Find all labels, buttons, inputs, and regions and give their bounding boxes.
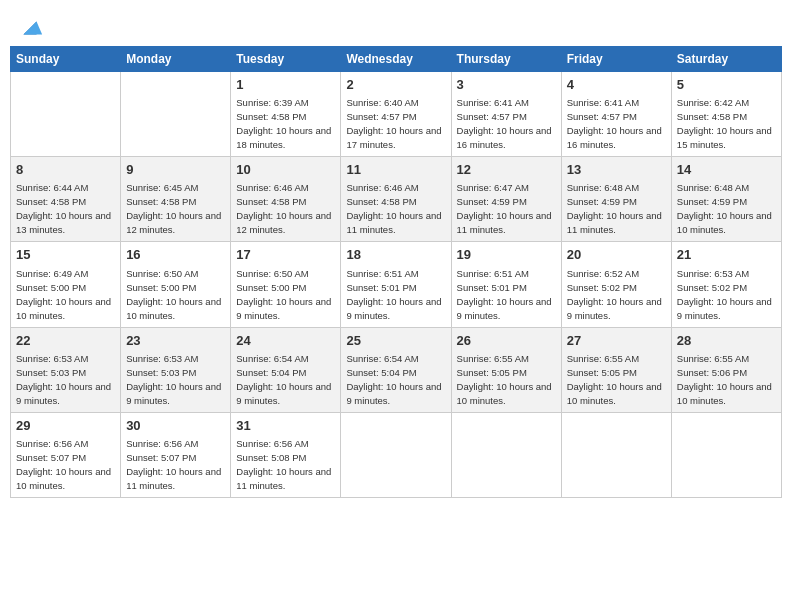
day-number: 13 xyxy=(567,161,666,179)
day-info: Sunrise: 6:44 AMSunset: 4:58 PMDaylight:… xyxy=(16,182,111,235)
day-number: 14 xyxy=(677,161,776,179)
calendar-cell: 20 Sunrise: 6:52 AMSunset: 5:02 PMDaylig… xyxy=(561,242,671,327)
day-number: 29 xyxy=(16,417,115,435)
day-number: 12 xyxy=(457,161,556,179)
day-info: Sunrise: 6:46 AMSunset: 4:58 PMDaylight:… xyxy=(346,182,441,235)
day-number: 17 xyxy=(236,246,335,264)
calendar-week-row: 8 Sunrise: 6:44 AMSunset: 4:58 PMDayligh… xyxy=(11,157,782,242)
calendar-cell xyxy=(451,412,561,497)
day-info: Sunrise: 6:53 AMSunset: 5:03 PMDaylight:… xyxy=(126,353,221,406)
day-number: 3 xyxy=(457,76,556,94)
calendar-cell: 10 Sunrise: 6:46 AMSunset: 4:58 PMDaylig… xyxy=(231,157,341,242)
day-number: 9 xyxy=(126,161,225,179)
calendar-cell xyxy=(671,412,781,497)
calendar-cell: 13 Sunrise: 6:48 AMSunset: 4:59 PMDaylig… xyxy=(561,157,671,242)
calendar-cell: 1 Sunrise: 6:39 AMSunset: 4:58 PMDayligh… xyxy=(231,72,341,157)
day-info: Sunrise: 6:54 AMSunset: 5:04 PMDaylight:… xyxy=(346,353,441,406)
day-number: 22 xyxy=(16,332,115,350)
day-info: Sunrise: 6:41 AMSunset: 4:57 PMDaylight:… xyxy=(457,97,552,150)
calendar-header-row: SundayMondayTuesdayWednesdayThursdayFrid… xyxy=(11,47,782,72)
day-number: 19 xyxy=(457,246,556,264)
day-info: Sunrise: 6:52 AMSunset: 5:02 PMDaylight:… xyxy=(567,268,662,321)
day-number: 15 xyxy=(16,246,115,264)
logo-icon xyxy=(16,14,44,42)
calendar-cell: 16 Sunrise: 6:50 AMSunset: 5:00 PMDaylig… xyxy=(121,242,231,327)
day-number: 11 xyxy=(346,161,445,179)
header-saturday: Saturday xyxy=(671,47,781,72)
day-number: 31 xyxy=(236,417,335,435)
page-header xyxy=(10,10,782,42)
day-info: Sunrise: 6:50 AMSunset: 5:00 PMDaylight:… xyxy=(236,268,331,321)
day-number: 8 xyxy=(16,161,115,179)
day-info: Sunrise: 6:53 AMSunset: 5:03 PMDaylight:… xyxy=(16,353,111,406)
day-info: Sunrise: 6:51 AMSunset: 5:01 PMDaylight:… xyxy=(346,268,441,321)
calendar-cell: 3 Sunrise: 6:41 AMSunset: 4:57 PMDayligh… xyxy=(451,72,561,157)
day-info: Sunrise: 6:55 AMSunset: 5:05 PMDaylight:… xyxy=(457,353,552,406)
header-wednesday: Wednesday xyxy=(341,47,451,72)
calendar-cell: 31 Sunrise: 6:56 AMSunset: 5:08 PMDaylig… xyxy=(231,412,341,497)
calendar-cell: 21 Sunrise: 6:53 AMSunset: 5:02 PMDaylig… xyxy=(671,242,781,327)
day-info: Sunrise: 6:50 AMSunset: 5:00 PMDaylight:… xyxy=(126,268,221,321)
calendar-cell: 9 Sunrise: 6:45 AMSunset: 4:58 PMDayligh… xyxy=(121,157,231,242)
day-info: Sunrise: 6:54 AMSunset: 5:04 PMDaylight:… xyxy=(236,353,331,406)
calendar-cell xyxy=(561,412,671,497)
calendar-cell: 12 Sunrise: 6:47 AMSunset: 4:59 PMDaylig… xyxy=(451,157,561,242)
day-info: Sunrise: 6:55 AMSunset: 5:05 PMDaylight:… xyxy=(567,353,662,406)
day-number: 4 xyxy=(567,76,666,94)
day-number: 16 xyxy=(126,246,225,264)
calendar-cell: 14 Sunrise: 6:48 AMSunset: 4:59 PMDaylig… xyxy=(671,157,781,242)
day-number: 18 xyxy=(346,246,445,264)
day-number: 23 xyxy=(126,332,225,350)
calendar-cell: 17 Sunrise: 6:50 AMSunset: 5:00 PMDaylig… xyxy=(231,242,341,327)
calendar-week-row: 29 Sunrise: 6:56 AMSunset: 5:07 PMDaylig… xyxy=(11,412,782,497)
day-info: Sunrise: 6:55 AMSunset: 5:06 PMDaylight:… xyxy=(677,353,772,406)
calendar-table: SundayMondayTuesdayWednesdayThursdayFrid… xyxy=(10,46,782,498)
calendar-cell: 24 Sunrise: 6:54 AMSunset: 5:04 PMDaylig… xyxy=(231,327,341,412)
calendar-cell: 5 Sunrise: 6:42 AMSunset: 4:58 PMDayligh… xyxy=(671,72,781,157)
calendar-cell: 29 Sunrise: 6:56 AMSunset: 5:07 PMDaylig… xyxy=(11,412,121,497)
logo xyxy=(14,14,44,42)
day-number: 20 xyxy=(567,246,666,264)
day-info: Sunrise: 6:56 AMSunset: 5:08 PMDaylight:… xyxy=(236,438,331,491)
day-number: 26 xyxy=(457,332,556,350)
day-info: Sunrise: 6:51 AMSunset: 5:01 PMDaylight:… xyxy=(457,268,552,321)
calendar-cell: 11 Sunrise: 6:46 AMSunset: 4:58 PMDaylig… xyxy=(341,157,451,242)
day-info: Sunrise: 6:53 AMSunset: 5:02 PMDaylight:… xyxy=(677,268,772,321)
day-info: Sunrise: 6:41 AMSunset: 4:57 PMDaylight:… xyxy=(567,97,662,150)
calendar-cell: 8 Sunrise: 6:44 AMSunset: 4:58 PMDayligh… xyxy=(11,157,121,242)
calendar-week-row: 1 Sunrise: 6:39 AMSunset: 4:58 PMDayligh… xyxy=(11,72,782,157)
day-info: Sunrise: 6:48 AMSunset: 4:59 PMDaylight:… xyxy=(567,182,662,235)
calendar-cell: 4 Sunrise: 6:41 AMSunset: 4:57 PMDayligh… xyxy=(561,72,671,157)
day-number: 21 xyxy=(677,246,776,264)
header-tuesday: Tuesday xyxy=(231,47,341,72)
day-info: Sunrise: 6:47 AMSunset: 4:59 PMDaylight:… xyxy=(457,182,552,235)
day-number: 27 xyxy=(567,332,666,350)
day-info: Sunrise: 6:40 AMSunset: 4:57 PMDaylight:… xyxy=(346,97,441,150)
day-number: 28 xyxy=(677,332,776,350)
calendar-cell: 30 Sunrise: 6:56 AMSunset: 5:07 PMDaylig… xyxy=(121,412,231,497)
calendar-cell: 28 Sunrise: 6:55 AMSunset: 5:06 PMDaylig… xyxy=(671,327,781,412)
day-info: Sunrise: 6:56 AMSunset: 5:07 PMDaylight:… xyxy=(16,438,111,491)
day-info: Sunrise: 6:46 AMSunset: 4:58 PMDaylight:… xyxy=(236,182,331,235)
day-info: Sunrise: 6:45 AMSunset: 4:58 PMDaylight:… xyxy=(126,182,221,235)
day-number: 25 xyxy=(346,332,445,350)
day-number: 2 xyxy=(346,76,445,94)
calendar-cell: 19 Sunrise: 6:51 AMSunset: 5:01 PMDaylig… xyxy=(451,242,561,327)
calendar-cell xyxy=(341,412,451,497)
header-friday: Friday xyxy=(561,47,671,72)
header-thursday: Thursday xyxy=(451,47,561,72)
day-info: Sunrise: 6:42 AMSunset: 4:58 PMDaylight:… xyxy=(677,97,772,150)
day-number: 1 xyxy=(236,76,335,94)
calendar-cell: 18 Sunrise: 6:51 AMSunset: 5:01 PMDaylig… xyxy=(341,242,451,327)
header-monday: Monday xyxy=(121,47,231,72)
day-info: Sunrise: 6:39 AMSunset: 4:58 PMDaylight:… xyxy=(236,97,331,150)
day-number: 24 xyxy=(236,332,335,350)
day-number: 10 xyxy=(236,161,335,179)
day-number: 30 xyxy=(126,417,225,435)
day-info: Sunrise: 6:49 AMSunset: 5:00 PMDaylight:… xyxy=(16,268,111,321)
calendar-cell: 2 Sunrise: 6:40 AMSunset: 4:57 PMDayligh… xyxy=(341,72,451,157)
day-info: Sunrise: 6:48 AMSunset: 4:59 PMDaylight:… xyxy=(677,182,772,235)
calendar-cell: 22 Sunrise: 6:53 AMSunset: 5:03 PMDaylig… xyxy=(11,327,121,412)
calendar-cell: 15 Sunrise: 6:49 AMSunset: 5:00 PMDaylig… xyxy=(11,242,121,327)
day-number: 5 xyxy=(677,76,776,94)
